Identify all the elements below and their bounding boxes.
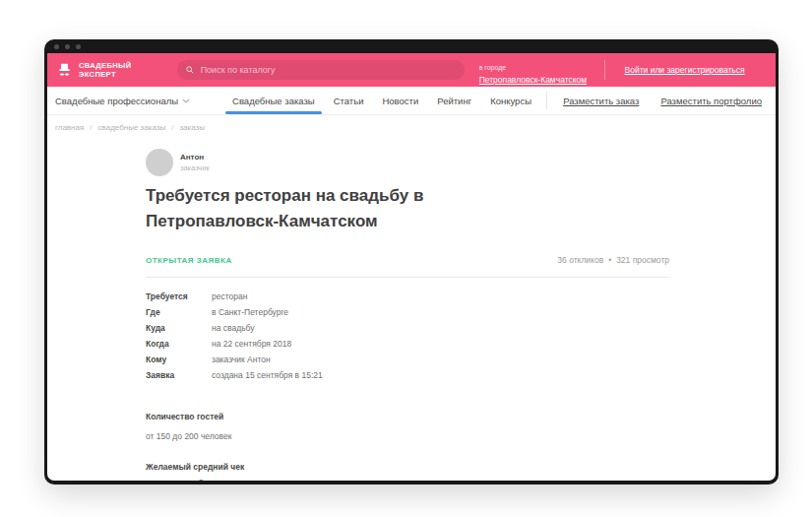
author-name: Антон: [180, 153, 210, 162]
detail-value: на 22 сентября 2018: [212, 336, 291, 352]
logo-line2: ЭКСПЕРТ: [79, 70, 116, 79]
catalog-search: [177, 60, 465, 80]
budget-section: Желаемый средний чек 2000 — 3000 ₽: [146, 460, 669, 481]
table-row: Заявка создана 15 сентября в 15:21: [146, 367, 669, 383]
table-row: Требуется ресторан: [146, 289, 669, 304]
detail-label: Кому: [146, 352, 212, 367]
city-selector: в городе Петропавловск-Камчатском: [479, 56, 587, 85]
nav-item-contests[interactable]: Конкурсы: [490, 87, 531, 114]
nav-actions-group: Разместить заказ Разместить портфолио: [546, 92, 762, 109]
search-icon: [186, 66, 194, 74]
nav-contests-label: Конкурсы: [490, 96, 531, 106]
screenshot-stage: СВАДЕБНЫЙ ЭКСПЕРТ в городе Петро: [0, 0, 812, 517]
login-link[interactable]: Войти или зарегистрироваться: [605, 65, 764, 75]
nav-orders-label: Свадебные заказы: [232, 96, 315, 106]
page-viewport: СВАДЕБНЫЙ ЭКСПЕРТ в городе Петро: [47, 53, 776, 481]
breadcrumb-separator: /: [90, 123, 92, 132]
detail-value: на свадьбу: [212, 320, 255, 336]
detail-label: Требуется: [146, 289, 212, 304]
detail-label: Куда: [146, 320, 212, 336]
browser-titlebar: [44, 39, 779, 53]
nav-item-rating[interactable]: Рейтинг: [437, 87, 471, 114]
guests-title: Количество гостей: [146, 410, 669, 423]
nav-item-news[interactable]: Новости: [382, 87, 418, 114]
table-row: Когда на 22 сентября 2018: [146, 336, 669, 352]
detail-label: Где: [146, 304, 212, 320]
breadcrumb-separator: /: [171, 123, 173, 132]
nav-professionals-label: Свадебные профессионалы: [55, 96, 178, 106]
budget-title: Желаемый средний чек: [146, 460, 669, 474]
detail-value: ресторан: [212, 289, 247, 304]
place-portfolio-link[interactable]: Разместить портфолио: [660, 96, 762, 106]
author-role: заказчик: [180, 163, 210, 172]
window-dot-icon: [54, 44, 59, 49]
status-row: ОТКРЫТАЯ ЗАЯВКА 36 откликов • 321 просмо…: [146, 255, 669, 265]
avatar[interactable]: [146, 149, 173, 176]
budget-value: 2000 — 3000 ₽: [146, 478, 669, 481]
breadcrumb: главная / свадебные заказы / заказы: [47, 114, 776, 139]
status-badge: ОТКРЫТАЯ ЗАЯВКА: [146, 256, 232, 265]
city-link[interactable]: Петропавловск-Камчатском: [479, 75, 587, 85]
nav-left-group: Свадебные профессионалы Свадебные заказы…: [55, 87, 531, 114]
breadcrumb-current: заказы: [179, 123, 205, 132]
stats-dot: •: [608, 255, 611, 265]
nav-item-orders[interactable]: Свадебные заказы: [232, 87, 315, 114]
window-dot-icon: [65, 44, 70, 49]
responses-count: 36 откликов: [557, 255, 603, 265]
detail-value: создана 15 сентября в 15:21: [212, 367, 323, 383]
order-author: Антон заказчик: [146, 149, 669, 176]
chevron-down-icon: [182, 98, 190, 103]
nav-rating-label: Рейтинг: [437, 96, 471, 106]
city-prefix-label: в городе: [479, 64, 507, 71]
views-count: 321 просмотр: [616, 255, 669, 265]
order-content: Антон заказчик Требуется ресторан на сва…: [47, 149, 776, 481]
page-title: Требуется ресторан на свадьбу в Петропав…: [146, 183, 539, 234]
breadcrumb-home[interactable]: главная: [55, 123, 84, 132]
author-text: Антон заказчик: [180, 153, 210, 172]
guests-value: от 150 до 200 человек: [146, 429, 669, 443]
site-header: СВАДЕБНЫЙ ЭКСПЕРТ в городе Петро: [47, 53, 776, 87]
tophat-mustache-icon: [56, 62, 73, 79]
search-input[interactable]: [199, 64, 456, 76]
nav-item-articles[interactable]: Статьи: [334, 87, 364, 114]
detail-value: заказчик Антон: [212, 352, 271, 367]
order-stats: 36 откликов • 321 просмотр: [557, 255, 669, 265]
main-nav: Свадебные профессионалы Свадебные заказы…: [47, 87, 776, 114]
nav-news-label: Новости: [382, 96, 418, 106]
nav-articles-label: Статьи: [334, 96, 364, 106]
divider: [146, 277, 669, 278]
place-order-link[interactable]: Разместить заказ: [563, 96, 639, 106]
logo-line1: СВАДЕБНЫЙ: [79, 61, 132, 70]
logo-wordmark: СВАДЕБНЫЙ ЭКСПЕРТ: [79, 61, 132, 79]
table-row: Где в Санкт-Петербурге: [146, 304, 669, 320]
detail-label: Когда: [146, 336, 212, 352]
detail-value: в Санкт-Петербурге: [212, 304, 288, 320]
order-details: Требуется ресторан Где в Санкт-Петербург…: [146, 289, 669, 383]
site-logo[interactable]: СВАДЕБНЫЙ ЭКСПЕРТ: [56, 61, 132, 79]
table-row: Кому заказчик Антон: [146, 352, 669, 367]
breadcrumb-orders[interactable]: свадебные заказы: [98, 123, 166, 132]
table-row: Куда на свадьбу: [146, 320, 669, 336]
detail-label: Заявка: [146, 367, 212, 383]
browser-window: СВАДЕБНЫЙ ЭКСПЕРТ в городе Петро: [44, 39, 779, 485]
window-dot-icon: [76, 44, 81, 49]
nav-item-professionals[interactable]: Свадебные профессионалы: [55, 87, 190, 114]
guests-section: Количество гостей от 150 до 200 человек: [146, 410, 669, 443]
